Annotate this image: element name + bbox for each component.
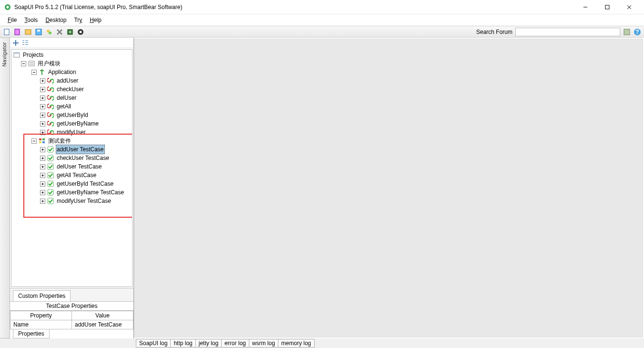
log-tab[interactable]: http log — [170, 339, 195, 348]
tab-properties[interactable]: Properties — [13, 329, 50, 338]
tree-item-label: modifyUser TestCase — [56, 197, 112, 205]
tree-operation[interactable]: modifyUser — [12, 128, 131, 137]
main-toolbar: Search Forum ? — [0, 26, 644, 38]
expand-toggle-icon[interactable] — [40, 190, 45, 195]
properties-table: Property Value Name addUser TestCase — [10, 311, 133, 329]
log-tab[interactable]: jetty log — [195, 339, 222, 348]
tree-operation[interactable]: getUserByName — [12, 119, 131, 128]
expand-toggle-icon[interactable] — [40, 181, 45, 187]
tree-testcase[interactable]: delUser TestCase — [12, 162, 131, 171]
operation-icon — [47, 77, 54, 84]
operation-icon — [47, 103, 54, 110]
expand-toggle-icon[interactable] — [40, 104, 45, 109]
menu-try[interactable]: Try — [70, 16, 86, 24]
tree-item-label: checkUser — [56, 85, 85, 94]
menu-tools[interactable]: Tools — [20, 16, 41, 24]
expand-toggle-icon[interactable] — [40, 130, 45, 135]
tree-operation[interactable]: checkUser — [12, 85, 131, 94]
tree-testsuite[interactable]: 测试套件 — [12, 137, 131, 145]
collapse-toggle-icon[interactable] — [31, 70, 37, 75]
tree-testcase[interactable]: checkUser TestCase — [12, 154, 131, 162]
svg-rect-7 — [25, 30, 31, 34]
forum-icon[interactable] — [45, 28, 53, 36]
tree-item-label: getAll TestCase — [56, 171, 97, 179]
log-tab[interactable]: memory log — [278, 339, 315, 348]
menu-desktop[interactable]: Desktop — [41, 16, 70, 24]
help-icon[interactable]: ? — [634, 28, 641, 36]
tree-operation[interactable]: addUser — [12, 76, 131, 85]
tree-testcase[interactable]: getAll TestCase — [12, 171, 131, 179]
svg-rect-41 — [48, 172, 53, 178]
close-button[interactable] — [618, 0, 640, 14]
svg-rect-43 — [48, 190, 53, 195]
tree-operation[interactable]: getUserById — [12, 111, 131, 119]
expand-toggle-icon[interactable] — [40, 199, 45, 204]
svg-point-11 — [49, 32, 51, 34]
tree-operation[interactable]: getAll — [12, 102, 131, 111]
log-tab[interactable]: wsrm log — [249, 339, 278, 348]
expand-all-icon[interactable] — [12, 39, 20, 47]
expand-toggle-icon[interactable] — [40, 87, 45, 92]
tree-item-label: getUserById TestCase — [56, 179, 114, 188]
svg-rect-44 — [48, 198, 53, 204]
tools-icon[interactable] — [55, 28, 64, 36]
maximize-button[interactable] — [596, 0, 618, 14]
testcase-icon — [47, 180, 54, 187]
save-all-icon[interactable] — [34, 28, 43, 36]
navigator-tab[interactable]: Navigator — [0, 38, 10, 338]
tree-testcase[interactable]: getUserByName TestCase — [12, 188, 131, 197]
svg-rect-5 — [4, 29, 9, 35]
expand-toggle-icon[interactable] — [40, 121, 45, 127]
minimize-button[interactable] — [574, 0, 596, 14]
menu-file[interactable]: File — [4, 16, 20, 24]
expand-toggle-icon[interactable] — [40, 95, 45, 101]
collapse-toggle-icon[interactable] — [31, 138, 37, 144]
expand-toggle-icon[interactable] — [40, 164, 45, 169]
search-go-icon[interactable] — [623, 28, 631, 36]
table-row[interactable]: Name addUser TestCase — [10, 320, 133, 329]
tree-root-projects[interactable]: Projects — [12, 51, 131, 59]
log-tab[interactable]: error log — [221, 339, 249, 348]
menu-help[interactable]: Help — [86, 16, 105, 24]
svg-rect-23 — [22, 44, 24, 45]
svg-rect-35 — [42, 138, 45, 140]
expand-toggle-icon[interactable] — [40, 156, 45, 161]
svg-rect-24 — [25, 41, 28, 41]
navigator-panel: Projects 用户模块 Application addUsercheckUs… — [10, 38, 134, 338]
new-empty-project-icon[interactable] — [3, 28, 11, 36]
operation-icon — [47, 112, 54, 118]
svg-rect-26 — [25, 44, 28, 45]
expand-toggle-icon[interactable] — [40, 78, 45, 84]
import-project-icon[interactable] — [24, 28, 32, 36]
tree-testcase[interactable]: getUserById TestCase — [12, 179, 131, 188]
menu-bar: File Tools Desktop Try Help — [0, 14, 644, 26]
tree-project[interactable]: 用户模块 — [12, 59, 131, 68]
svg-rect-36 — [39, 141, 41, 143]
operation-icon — [47, 86, 54, 93]
svg-rect-34 — [39, 138, 41, 140]
property-value-cell[interactable]: addUser TestCase — [72, 320, 133, 329]
new-soap-project-icon[interactable] — [13, 28, 22, 36]
svg-rect-16 — [624, 29, 630, 35]
expand-toggle-icon[interactable] — [40, 147, 45, 152]
collapse-all-icon[interactable] — [21, 39, 29, 47]
svg-rect-28 — [14, 53, 20, 54]
project-tree[interactable]: Projects 用户模块 Application addUsercheckUs… — [11, 49, 133, 287]
tree-testcase[interactable]: modifyUser TestCase — [12, 197, 131, 205]
log-tab[interactable]: SoapUI log — [136, 339, 171, 348]
tree-operation[interactable]: delUser — [12, 94, 131, 102]
properties-col-property: Property — [10, 311, 72, 320]
search-input[interactable] — [515, 28, 620, 36]
testsuite-icon — [39, 137, 45, 144]
svg-rect-29 — [29, 61, 34, 66]
tree-interface[interactable]: Application — [12, 68, 131, 76]
tab-custom-properties[interactable]: Custom Properties — [13, 290, 71, 301]
tree-testcase[interactable]: addUser TestCase — [12, 145, 131, 154]
collapse-toggle-icon[interactable] — [21, 61, 26, 66]
expand-toggle-icon[interactable] — [40, 173, 45, 178]
proxy-icon[interactable] — [76, 28, 85, 36]
expand-toggle-icon[interactable] — [40, 113, 45, 118]
workspace-icon — [13, 52, 20, 58]
preferences-icon[interactable] — [66, 28, 74, 36]
main-area: Navigator Projects 用户模块 Ap — [0, 38, 644, 338]
